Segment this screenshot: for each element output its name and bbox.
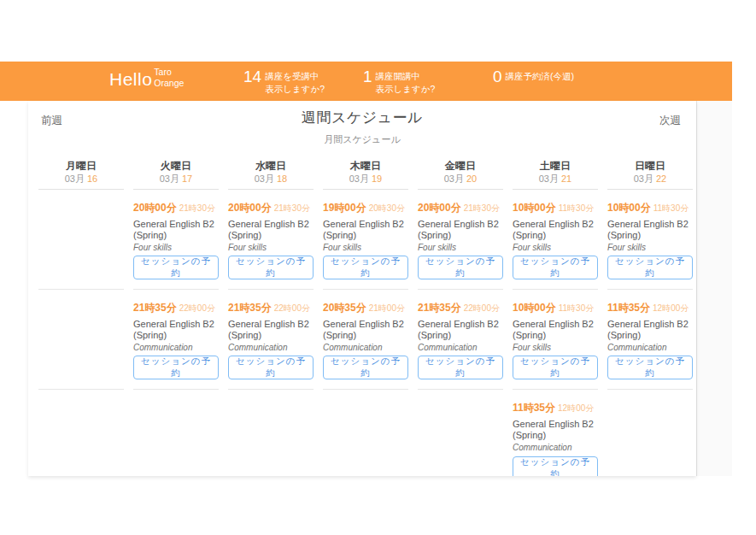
- show-open-courses-link[interactable]: 表示しますか?: [376, 83, 436, 96]
- greeting-block: Hello Taro Orange: [109, 67, 184, 92]
- book-session-button[interactable]: セッションの予約: [418, 356, 503, 379]
- book-session-button[interactable]: セッションの予約: [323, 356, 408, 379]
- session-card: 10時00分11時30分 General English B2 (Spring)…: [607, 201, 693, 253]
- session-end-time: 21時30分: [464, 203, 500, 213]
- session-end-time: 11時30分: [559, 203, 595, 213]
- stat-label: 講座開講中: [376, 70, 436, 83]
- session-start-time: 11時35分: [607, 302, 650, 314]
- session-card: 21時35分22時00分 General English B2 (Spring)…: [133, 301, 219, 353]
- session-type: Communication: [513, 442, 598, 453]
- session-type: Four skills: [228, 242, 314, 253]
- session-start-time: 21時35分: [133, 302, 177, 314]
- user-first-name: Taro: [154, 67, 184, 78]
- session-type: Four skills: [513, 342, 598, 353]
- month-label: 03月: [349, 173, 369, 184]
- show-courses-link[interactable]: 表示しますか?: [265, 83, 325, 96]
- session-list: 19時00分20時30分 General English B2 (Spring)…: [323, 190, 408, 476]
- book-session-button[interactable]: セッションの予約: [513, 356, 598, 379]
- session-type: Communication: [228, 342, 314, 353]
- session-end-time: 11時30分: [653, 203, 689, 213]
- session-card: 11時35分12時00分 General English B2 (Spring)…: [607, 301, 693, 353]
- session-start-time: 19時00分: [323, 202, 366, 214]
- session-time: 10時00分11時30分: [513, 301, 598, 315]
- session-time: 20時00分21時30分: [418, 201, 503, 215]
- session-time: 21時35分22時00分: [418, 301, 503, 315]
- book-session-button[interactable]: セッションの予約: [228, 256, 314, 279]
- session-time: 20時00分21時30分: [133, 201, 219, 215]
- session-slot: 20時35分21時00分 General English B2 (Spring)…: [323, 290, 408, 390]
- session-slot: 19時00分20時30分 General English B2 (Spring)…: [323, 190, 408, 290]
- session-start-time: 10時00分: [513, 202, 556, 214]
- session-start-time: 20時35分: [323, 302, 366, 314]
- session-start-time: 10時00分: [607, 202, 651, 214]
- session-time: 20時00分21時30分: [228, 201, 314, 215]
- session-list: 20時00分21時30分 General English B2 (Spring)…: [133, 190, 219, 476]
- day-number: 16: [87, 173, 97, 184]
- user-name: Taro Orange: [154, 67, 184, 92]
- weekday-label: 土曜日: [513, 159, 598, 173]
- book-session-button[interactable]: セッションの予約: [513, 256, 598, 279]
- session-course: General English B2 (Spring): [323, 219, 408, 241]
- days-row: 月曜日 03月16 火曜日 03月17 20時00分21時30分 General…: [28, 159, 696, 476]
- monthly-schedule-link[interactable]: 月間スケジュール: [324, 133, 400, 146]
- session-slot: 20時00分21時30分 General English B2 (Spring)…: [133, 190, 219, 290]
- session-slot: 20時00分21時30分 General English B2 (Spring)…: [418, 190, 503, 290]
- day-number: 20: [466, 173, 477, 184]
- session-type: Communication: [418, 342, 503, 353]
- session-card: 10時00分11時30分 General English B2 (Spring)…: [513, 301, 598, 353]
- session-list: 20時00分21時30分 General English B2 (Spring)…: [418, 190, 503, 476]
- session-list: [38, 190, 124, 476]
- session-slot: [607, 390, 693, 476]
- session-course: General English B2 (Spring): [418, 219, 503, 241]
- user-last-name: Orange: [154, 78, 184, 89]
- month-label: 03月: [160, 173, 179, 184]
- day-header: 土曜日 03月21: [513, 159, 598, 190]
- weekday-label: 火曜日: [133, 159, 219, 173]
- book-session-button[interactable]: セッションの予約: [418, 256, 503, 279]
- book-session-button[interactable]: セッションの予約: [133, 256, 219, 279]
- greeting-text: Hello: [109, 67, 152, 92]
- page-title: 週間スケジュール: [28, 108, 696, 127]
- session-card: 21時35分22時00分 General English B2 (Spring)…: [418, 301, 503, 353]
- session-course: General English B2 (Spring): [133, 319, 219, 341]
- next-week-link[interactable]: 次週: [659, 114, 681, 128]
- session-end-time: 20時30分: [369, 203, 405, 213]
- book-session-button[interactable]: セッションの予約: [323, 256, 408, 279]
- session-course: General English B2 (Spring): [607, 219, 693, 241]
- book-session-button[interactable]: セッションの予約: [513, 456, 598, 476]
- day-column: 金曜日 03月20 20時00分21時30分 General English B…: [418, 159, 503, 476]
- session-course: General English B2 (Spring): [607, 319, 693, 341]
- session-end-time: 21時00分: [369, 303, 405, 313]
- session-end-time: 22時00分: [179, 303, 215, 313]
- stat-courses-booked: 0 講座予約済(今週): [493, 69, 574, 84]
- book-session-button[interactable]: セッションの予約: [607, 256, 693, 279]
- session-time: 11時35分12時00分: [513, 401, 598, 414]
- schedule-panel: 前週 週間スケジュール 月間スケジュール 次週 月曜日 03月16 火曜日 03…: [28, 101, 696, 476]
- session-type: Four skills: [607, 242, 693, 253]
- day-column: 火曜日 03月17 20時00分21時30分 General English B…: [133, 159, 219, 476]
- book-session-button[interactable]: セッションの予約: [228, 356, 314, 379]
- session-end-time: 12時00分: [653, 303, 689, 313]
- date-line: 03月16: [38, 173, 124, 185]
- session-type: Communication: [133, 342, 219, 353]
- session-card: 20時00分21時30分 General English B2 (Spring)…: [418, 201, 503, 253]
- session-end-time: 11時30分: [559, 303, 595, 313]
- session-slot: [418, 390, 503, 476]
- date-line: 03月20: [418, 173, 503, 185]
- session-slot: 10時00分11時30分 General English B2 (Spring)…: [513, 290, 598, 390]
- right-gutter: [696, 101, 732, 476]
- book-session-button[interactable]: セッションの予約: [133, 356, 219, 379]
- session-slot: 10時00分11時30分 General English B2 (Spring)…: [513, 190, 598, 290]
- session-card: 20時35分21時00分 General English B2 (Spring)…: [323, 301, 408, 353]
- orange-header-bar: Hello Taro Orange 14 講座を受講中 表示しますか? 1 講座…: [0, 62, 732, 101]
- date-line: 03月21: [513, 173, 598, 185]
- session-course: General English B2 (Spring): [513, 319, 598, 341]
- session-type: Communication: [607, 342, 693, 353]
- session-end-time: 21時30分: [179, 203, 215, 213]
- day-column: 土曜日 03月21 10時00分11時30分 General English B…: [513, 159, 598, 476]
- session-time: 21時35分22時00分: [133, 301, 219, 315]
- book-session-button[interactable]: セッションの予約: [607, 356, 693, 379]
- session-card: 10時00分11時30分 General English B2 (Spring)…: [513, 201, 598, 253]
- session-type: Communication: [323, 342, 408, 353]
- day-header: 月曜日 03月16: [38, 159, 124, 190]
